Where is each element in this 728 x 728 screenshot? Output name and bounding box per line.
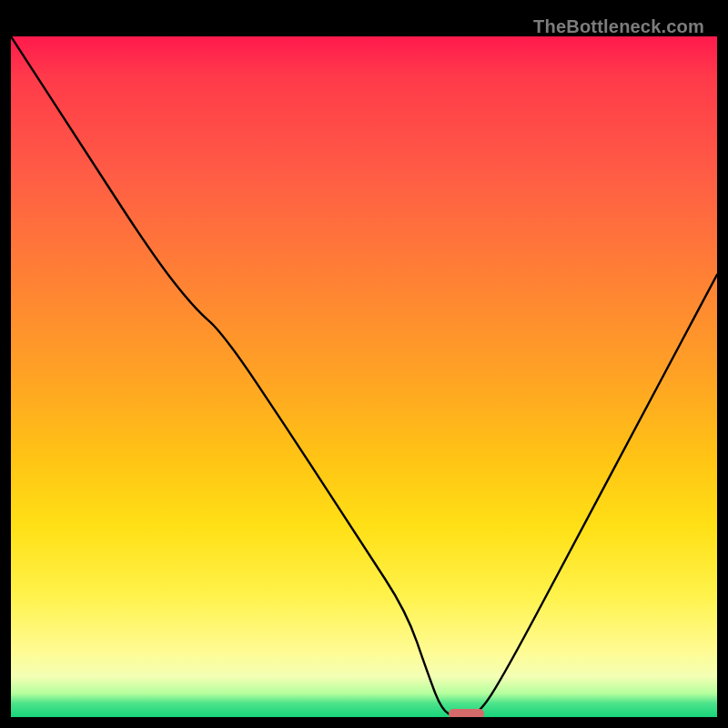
chart-svg [11, 36, 717, 717]
optimal-marker [449, 709, 484, 717]
chart-frame: TheBottleneck.com [11, 11, 717, 717]
plot-area [11, 36, 717, 717]
watermark-label: TheBottleneck.com [533, 16, 704, 37]
bottleneck-curve [11, 36, 717, 717]
